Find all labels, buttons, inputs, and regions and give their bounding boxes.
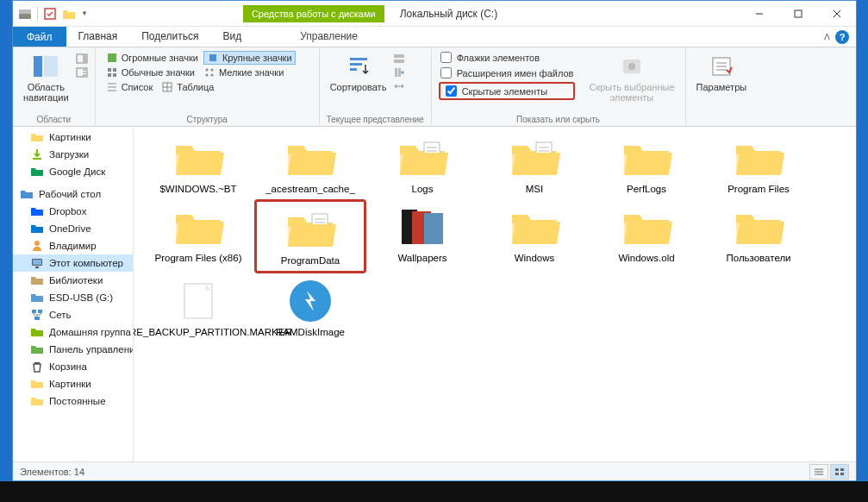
small-icons-button[interactable]: Мелкие значки: [200, 66, 287, 79]
folder-label: RAMDiskImage: [276, 327, 345, 337]
tree-item[interactable]: Google Диск: [13, 163, 133, 180]
navigation-pane-button[interactable]: Область навигации: [20, 51, 72, 104]
size-columns-icon[interactable]: [393, 80, 405, 92]
control-icon: [30, 342, 44, 356]
icons-view-toggle[interactable]: [830, 464, 849, 480]
folder-item[interactable]: ProgramData: [254, 199, 366, 273]
ribbon-group-layout-label: Структура: [103, 113, 312, 124]
ribbon-group-current-view: Сортировать Текущее представление: [320, 47, 432, 126]
folder-item[interactable]: Пользователи: [703, 199, 815, 273]
tree-item[interactable]: Картинки: [13, 129, 133, 146]
ribbon-group-current-label: Текущее представление: [327, 113, 424, 124]
options-button[interactable]: Параметры: [693, 51, 751, 94]
folder-icon: [283, 207, 338, 252]
folder-item[interactable]: Windows: [478, 199, 590, 273]
preview-pane-icon[interactable]: [76, 53, 88, 65]
folder-label: Wallpapers: [397, 253, 446, 263]
tree-item[interactable]: Картинки: [13, 375, 133, 392]
folder-item[interactable]: Logs: [366, 130, 478, 199]
folder-label: Logs: [412, 184, 434, 194]
normal-icons-button[interactable]: Обычные значки: [103, 66, 198, 79]
svg-rect-19: [113, 68, 116, 72]
list-button[interactable]: Список: [103, 80, 157, 94]
folder-icon: [171, 135, 226, 180]
tab-home[interactable]: Главная: [66, 27, 130, 47]
large-icons-button[interactable]: Крупные значки: [203, 51, 296, 65]
folder-item[interactable]: MSI: [478, 130, 590, 199]
hidden-items-toggle[interactable]: Скрытые элементы: [444, 85, 571, 97]
properties-icon[interactable]: [43, 7, 57, 21]
tree-item[interactable]: Владимир: [13, 237, 133, 254]
tree-item[interactable]: Панель управления: [13, 341, 133, 358]
folder-icon[interactable]: [62, 7, 76, 21]
ribbon-tabs: Файл Главная Поделиться Вид Управление ᐱ…: [13, 27, 856, 47]
tree-item[interactable]: ESD-USB (G:): [13, 289, 133, 306]
tree-item[interactable]: Загрузки: [13, 146, 133, 163]
folder-item[interactable]: Program Files (x86): [142, 199, 254, 273]
tree-item[interactable]: Домашняя группа: [13, 323, 133, 341]
svg-point-2: [28, 16, 29, 17]
tree-item[interactable]: OneDrive: [13, 220, 133, 237]
navigation-pane-label: Область навигации: [23, 82, 69, 103]
contextual-tab-label: Средства работы с дисками: [243, 5, 384, 22]
gdrive-icon: [30, 165, 44, 179]
svg-rect-71: [835, 468, 839, 471]
huge-icons-button[interactable]: Огромные значки: [103, 51, 202, 65]
tree-item-label: Домашняя группа: [49, 327, 131, 337]
folder-yellow-icon: [30, 130, 44, 144]
tab-file[interactable]: Файл: [13, 27, 66, 47]
svg-rect-37: [395, 68, 397, 77]
tab-share[interactable]: Поделиться: [129, 27, 210, 47]
tree-item[interactable]: Рабочий стол: [13, 185, 133, 203]
tree-item[interactable]: Этот компьютер: [13, 254, 133, 272]
close-button[interactable]: [817, 1, 856, 26]
add-columns-icon[interactable]: [393, 66, 405, 78]
svg-rect-17: [209, 54, 216, 61]
maximize-button[interactable]: [778, 1, 817, 26]
minimize-button[interactable]: [740, 1, 778, 26]
options-label: Параметры: [696, 82, 747, 92]
tree-item[interactable]: Сеть: [13, 306, 133, 323]
group-by-icon[interactable]: [393, 53, 405, 65]
folder-item[interactable]: $WINDOWS.~BT: [142, 130, 254, 199]
folder-item[interactable]: PerfLogs: [590, 130, 703, 199]
folder-yellow-icon: [30, 394, 44, 408]
tree-item-label: Google Диск: [49, 166, 105, 177]
svg-rect-48: [38, 310, 42, 313]
library-icon: [30, 273, 44, 287]
svg-point-24: [206, 74, 209, 77]
folder-label: PerfLogs: [627, 184, 666, 194]
help-icon[interactable]: ?: [835, 30, 849, 44]
file-extensions-toggle[interactable]: Расширения имен файлов: [439, 66, 576, 79]
content-area[interactable]: $WINDOWS.~BT_acestream_cache_LogsMSIPerf…: [134, 127, 856, 461]
collapse-ribbon-icon[interactable]: ᐱ: [824, 32, 830, 41]
folder-label: Program Files (x86): [155, 253, 242, 263]
folder-item[interactable]: Program Files: [703, 130, 815, 199]
folder-item[interactable]: Windows.old: [590, 199, 703, 273]
folder-icon: [395, 204, 450, 249]
details-view-toggle[interactable]: [809, 464, 828, 480]
tree-item[interactable]: Dropbox: [13, 203, 133, 220]
item-checkboxes-toggle[interactable]: Флажки элементов: [439, 51, 576, 64]
folder-item[interactable]: Wallpapers: [366, 199, 478, 273]
tree-item[interactable]: Корзина: [13, 358, 133, 375]
folder-icon: [283, 135, 338, 180]
tab-view[interactable]: Вид: [210, 27, 253, 47]
folder-item[interactable]: _acestream_cache_: [254, 130, 366, 199]
tree-item[interactable]: Постоянные: [13, 392, 133, 410]
sort-button[interactable]: Сортировать: [327, 51, 390, 94]
navigation-tree[interactable]: КартинкиЗагрузкиGoogle ДискРабочий столD…: [13, 127, 134, 461]
svg-rect-50: [34, 362, 40, 364]
folder-label: _acestream_cache_: [265, 184, 355, 194]
folder-icon: [731, 204, 786, 249]
qat-dropdown-icon[interactable]: ▼: [81, 9, 88, 17]
table-button[interactable]: Таблица: [158, 80, 217, 94]
svg-rect-47: [32, 310, 36, 313]
tab-manage[interactable]: Управление: [288, 27, 370, 47]
folder-item[interactable]: $WINRE_BACKUP_PARTITION.MARKER: [142, 273, 254, 342]
folder-item[interactable]: RAMDiskImage: [254, 273, 366, 342]
svg-point-23: [211, 69, 214, 72]
tree-item[interactable]: Библиотеки: [13, 272, 133, 289]
details-pane-icon[interactable]: [76, 66, 88, 78]
taskbar[interactable]: [0, 481, 868, 502]
